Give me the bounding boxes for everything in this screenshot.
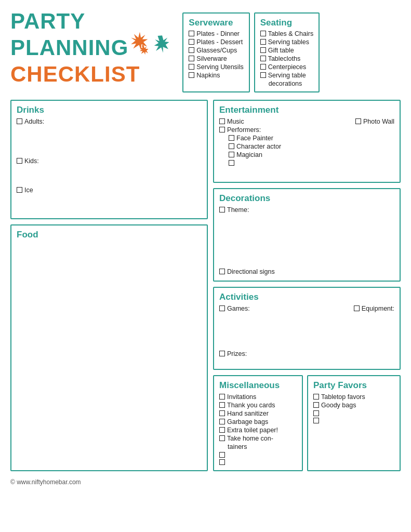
checkbox[interactable] — [219, 269, 225, 274]
checkbox[interactable] — [219, 427, 225, 433]
header-right: Serveware Plates - Dinner Plates - Desse… — [182, 12, 401, 92]
entertainment-blank — [219, 159, 394, 166]
checkbox[interactable] — [17, 118, 22, 124]
extra-toilet-paper: Extra toilet paper! — [219, 427, 297, 434]
list-item: Plates - Dinner — [189, 30, 243, 37]
checkbox[interactable] — [189, 64, 194, 70]
list-item: Serving Utensils — [189, 63, 243, 71]
prizes-space — [219, 358, 394, 365]
checkbox[interactable] — [229, 135, 234, 141]
goody-bags: Goody bags — [313, 402, 394, 409]
stars-icon — [130, 32, 172, 63]
checkbox[interactable] — [189, 72, 194, 78]
activities-title: Activities — [219, 292, 394, 302]
checkbox[interactable] — [189, 39, 194, 45]
list-item: Plates - Dessert — [189, 38, 243, 46]
thank-you-cards: Thank you cards — [219, 402, 297, 409]
activities-space — [219, 313, 394, 350]
bottom-row: Miscellaneous Invitations Thank you card… — [213, 375, 401, 471]
invitations: Invitations — [219, 393, 297, 401]
checkbox[interactable] — [313, 418, 319, 423]
equipment-item: Equipment: — [354, 305, 394, 312]
list-item: Serving tables — [260, 38, 314, 46]
drinks-ice: Ice — [17, 187, 202, 194]
checkbox[interactable] — [17, 187, 22, 193]
checkbox[interactable] — [219, 402, 225, 408]
activities-box: Activities Games: Equipment: Prizes: — [213, 287, 401, 370]
theme-item: Theme: — [219, 206, 394, 214]
character-actor: Character actor — [219, 143, 394, 150]
svg-marker-1 — [154, 35, 169, 52]
checkbox[interactable] — [260, 56, 266, 61]
checkbox[interactable] — [189, 47, 194, 53]
tabletop-favors: Tabletop favors — [313, 393, 394, 401]
misc-blank1 — [219, 451, 297, 458]
checkbox[interactable] — [189, 56, 194, 61]
checkbox[interactable] — [219, 127, 225, 132]
checkbox[interactable] — [260, 39, 266, 45]
list-item: Gift table — [260, 47, 314, 54]
list-item: Tables & Chairs — [260, 30, 314, 37]
favors-blank2 — [313, 417, 394, 423]
checkbox[interactable] — [219, 118, 225, 124]
checkbox[interactable] — [17, 158, 22, 164]
checkbox[interactable] — [260, 64, 266, 70]
checkbox[interactable] — [354, 305, 360, 311]
entertainment-row1: Music Photo Wall — [219, 118, 394, 126]
adults-space — [17, 126, 202, 157]
right-column: Entertainment Music Photo Wall Performer… — [213, 100, 401, 471]
garbage-bags: Garbage bags — [219, 418, 297, 425]
main-grid: Drinks Adults: Kids: Ice Food Entertainm… — [10, 100, 401, 471]
checkbox[interactable] — [313, 402, 319, 408]
party-favors-title: Party Favors — [313, 380, 394, 391]
checkbox[interactable] — [219, 207, 225, 212]
checkbox[interactable] — [189, 31, 194, 36]
drinks-kids: Kids: — [17, 157, 202, 165]
title-party: PARTY — [10, 10, 172, 32]
activities-top-row: Games: Equipment: — [219, 305, 394, 313]
header: PARTY PLANNING CHECKLIST — [10, 10, 401, 92]
footer-text: © www.niftyhomebar.com — [10, 478, 81, 486]
checkbox[interactable] — [260, 47, 266, 53]
checkbox[interactable] — [219, 305, 225, 311]
checkbox[interactable] — [219, 410, 225, 416]
decorations-space — [219, 215, 394, 268]
face-painter: Face Painter — [219, 135, 394, 142]
checkbox[interactable] — [219, 459, 225, 465]
checkbox[interactable] — [229, 160, 234, 166]
favors-blank1 — [313, 410, 394, 416]
seating-box: Seating Tables & Chairs Serving tables G… — [254, 12, 320, 92]
directional-signs: Directional signs — [219, 268, 394, 275]
title-block: PARTY PLANNING CHECKLIST — [10, 10, 172, 85]
photo-wall-item: Photo Wall — [355, 118, 394, 125]
checkbox[interactable] — [355, 118, 361, 124]
food-box: Food — [10, 224, 208, 471]
checkbox[interactable] — [219, 435, 225, 441]
list-item: Serving table — [260, 72, 314, 79]
page: PARTY PLANNING CHECKLIST — [10, 10, 401, 486]
drinks-box: Drinks Adults: Kids: Ice — [10, 100, 208, 219]
checkbox[interactable] — [219, 419, 225, 424]
checkbox[interactable] — [229, 152, 234, 157]
prizes-item: Prizes: — [219, 350, 394, 357]
checkbox[interactable] — [313, 394, 319, 400]
checkbox[interactable] — [219, 394, 225, 400]
misc-title: Miscellaneous — [219, 380, 297, 391]
checkbox[interactable] — [229, 143, 234, 149]
list-item: Napkins — [189, 72, 243, 79]
serving-table-decorations: decorations — [260, 80, 314, 87]
checkbox[interactable] — [219, 351, 225, 356]
checkbox[interactable] — [219, 452, 225, 458]
checkbox[interactable] — [313, 410, 319, 416]
party-favors-box: Party Favors Tabletop favors Goody bags — [307, 375, 401, 471]
serveware-box: Serveware Plates - Dinner Plates - Desse… — [182, 12, 249, 92]
list-item: Centerpieces — [260, 63, 314, 71]
misc-blank2 — [219, 459, 297, 465]
drinks-title: Drinks — [17, 105, 202, 115]
title-checklist: CHECKLIST — [10, 63, 172, 85]
entertainment-title: Entertainment — [219, 105, 394, 115]
footer: © www.niftyhomebar.com — [10, 478, 401, 486]
performers-item: Performers: — [219, 126, 394, 134]
checkbox[interactable] — [260, 72, 266, 78]
checkbox[interactable] — [260, 31, 266, 36]
